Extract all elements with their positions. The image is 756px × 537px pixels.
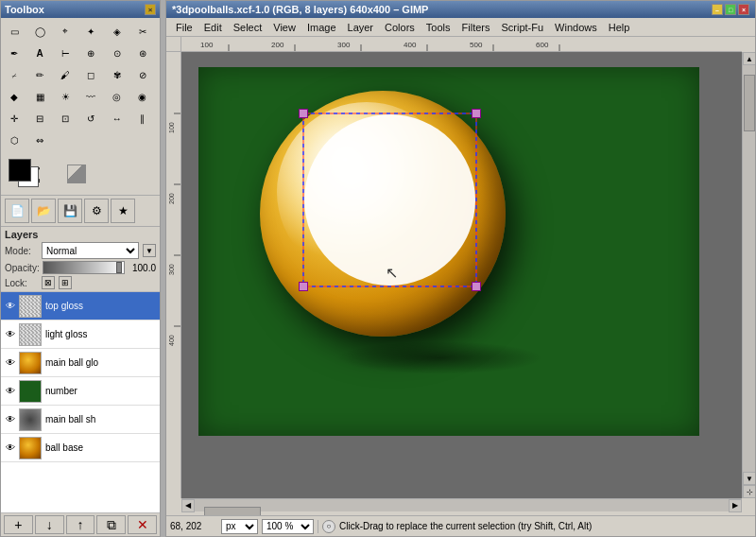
lock-pixels-icon[interactable]: ⊠ (42, 276, 55, 289)
text-tool[interactable]: A (29, 43, 50, 63)
rotate-tool[interactable]: ↺ (80, 108, 101, 129)
opacity-slider[interactable] (43, 261, 125, 274)
pencil-tool[interactable]: ✏ (29, 64, 50, 85)
airbrush-tool[interactable]: ✾ (107, 64, 128, 85)
layer-visibility-eye[interactable]: 👁 (4, 300, 17, 313)
paths-tool[interactable]: ✒ (4, 43, 25, 63)
perspective-clone-tool[interactable]: ⌿ (4, 64, 25, 85)
menu-help[interactable]: Help (603, 21, 636, 34)
delete-layer-button[interactable]: ✕ (128, 515, 157, 534)
scroll-left-button[interactable]: ◀ (181, 499, 195, 512)
rect-select-tool[interactable]: ▭ (4, 21, 25, 42)
menu-windows[interactable]: Windows (549, 21, 603, 34)
layer-visibility-eye[interactable]: 👁 (4, 413, 17, 426)
eraser-tool[interactable]: ◻ (80, 64, 101, 85)
canvas-content: ↖ (198, 67, 699, 436)
menu-layer[interactable]: Layer (342, 21, 380, 34)
move-tool[interactable]: ✛ (4, 108, 25, 129)
duplicate-layer-button[interactable]: ⧉ (96, 515, 126, 534)
layer-item-light-gloss[interactable]: 👁 light gloss (1, 320, 160, 349)
svg-text:600: 600 (536, 41, 549, 49)
menu-colors[interactable]: Colors (379, 21, 421, 34)
save-image-button[interactable]: 💾 (58, 199, 82, 223)
measure-tool[interactable]: ⊢ (55, 43, 76, 63)
colorize-tool[interactable]: ◉ (132, 86, 153, 107)
layer-item-main-ball-glo[interactable]: 👁 main ball glo (1, 349, 160, 377)
blend-tool[interactable]: ▦ (29, 86, 50, 107)
ink-tool[interactable]: ⊘ (132, 64, 153, 85)
free-select-tool[interactable]: ⌖ (55, 21, 76, 42)
canvas-viewport[interactable]: ↖ (181, 52, 742, 498)
smudge-tool[interactable]: 〰 (80, 86, 101, 107)
align-tool[interactable]: ⊟ (29, 108, 50, 129)
minimize-button[interactable]: – (712, 4, 723, 15)
maximize-button[interactable]: □ (725, 4, 736, 15)
toolbox-close-button[interactable]: × (145, 4, 156, 15)
unit-selector[interactable]: px mm in (221, 519, 258, 534)
clone-tool[interactable]: ⊙ (107, 43, 128, 63)
crop-tool[interactable]: ⊡ (55, 108, 76, 129)
layer-visibility-eye[interactable]: 👁 (4, 356, 17, 370)
scroll-thumb-h[interactable] (204, 507, 261, 516)
scroll-down-button[interactable]: ▼ (743, 472, 755, 485)
svg-text:500: 500 (470, 41, 483, 49)
vertical-scrollbar[interactable]: ▲ ▼ ⊹ (742, 52, 755, 498)
move-layer-down-button[interactable]: ↓ (35, 515, 64, 534)
layer-item-number[interactable]: 👁 number (1, 377, 160, 406)
menu-view[interactable]: View (267, 21, 301, 34)
paintbrush-tool[interactable]: 🖌 (55, 64, 76, 85)
tool-options-button[interactable]: ⚙ (84, 199, 109, 223)
layer-visibility-eye[interactable]: 👁 (4, 385, 17, 398)
quick-mask-icon[interactable] (67, 165, 86, 183)
move-layer-up-button[interactable]: ↑ (66, 515, 95, 534)
layer-item-main-ball-shadow[interactable]: 👁 main ball sh (1, 406, 160, 434)
menu-scriptfu[interactable]: Script-Fu (495, 21, 549, 34)
layer-thumbnail (19, 380, 42, 403)
new-layer-button[interactable]: + (4, 515, 33, 534)
fuzzy-select-tool[interactable]: ✦ (80, 21, 101, 42)
scroll-thumb-v[interactable] (744, 75, 755, 131)
menu-filters[interactable]: Filters (456, 21, 496, 34)
scroll-up-button[interactable]: ▲ (743, 52, 755, 65)
dodge-tool[interactable]: ☀ (55, 86, 76, 107)
layer-visibility-eye[interactable]: 👁 (4, 328, 17, 341)
flip-tool[interactable]: ⇔ (29, 130, 50, 150)
tool-presets-button[interactable]: ★ (111, 199, 135, 223)
close-button[interactable]: × (738, 4, 749, 15)
bucket-fill-tool[interactable]: ◆ (4, 86, 25, 107)
open-image-button[interactable]: 📂 (31, 199, 56, 223)
heal-tool[interactable]: ⊛ (132, 43, 153, 63)
new-image-button[interactable]: 📄 (5, 199, 29, 223)
menu-image[interactable]: Image (301, 21, 342, 34)
menu-file[interactable]: File (170, 21, 198, 34)
scroll-right-button[interactable]: ▶ (729, 499, 742, 512)
convolve-tool[interactable]: ◎ (107, 86, 128, 107)
svg-text:300: 300 (168, 264, 175, 275)
menu-edit[interactable]: Edit (198, 21, 228, 34)
scale-tool[interactable]: ↔ (107, 108, 128, 129)
zoom-tool[interactable]: ⊕ (80, 43, 101, 63)
layer-visibility-eye[interactable]: 👁 (4, 442, 17, 455)
svg-text:200: 200 (271, 41, 284, 49)
layer-thumbnail (19, 437, 42, 459)
perspective-tool[interactable]: ⬡ (4, 130, 25, 150)
scissors-tool[interactable]: ✂ (132, 21, 153, 42)
ellipse-select-indicator: ○ (322, 520, 335, 533)
opacity-value: 100.0 (128, 263, 156, 273)
layer-thumbnail (19, 352, 42, 374)
menu-select[interactable]: Select (228, 21, 268, 34)
main-titlebar: *3dpoolballs.xcf-1.0 (RGB, 8 layers) 640… (166, 1, 755, 18)
tools-grid: ▭ ◯ ⌖ ✦ ◈ ✂ ✒ A ⊢ ⊕ ⊙ ⊛ ⌿ ✏ 🖌 ◻ ✾ ⊘ ◆ ▦ … (1, 18, 160, 153)
mode-select[interactable]: Normal (42, 242, 139, 259)
zoom-selector[interactable]: 100 % 50 % 200 % (262, 519, 314, 534)
layer-item-ball-base[interactable]: 👁 ball base (1, 434, 160, 462)
lock-position-icon[interactable]: ⊞ (59, 276, 72, 289)
horizontal-scrollbar[interactable]: ◀ ▶ (181, 498, 742, 511)
foreground-color-swatch[interactable] (9, 159, 31, 182)
shear-tool[interactable]: ∥ (132, 108, 153, 129)
menu-tools[interactable]: Tools (421, 21, 456, 34)
select-by-color-tool[interactable]: ◈ (107, 21, 128, 42)
layer-item-top-gloss[interactable]: 👁 top gloss (1, 292, 160, 320)
ellipse-select-tool[interactable]: ◯ (29, 21, 50, 42)
mode-expand-button[interactable]: ▼ (143, 244, 156, 257)
